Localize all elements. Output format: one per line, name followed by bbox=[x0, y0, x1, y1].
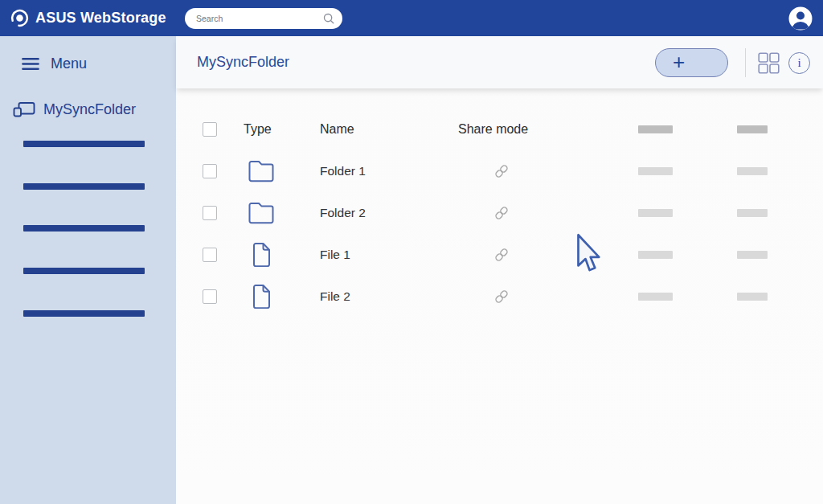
search-input[interactable] bbox=[194, 13, 322, 24]
header-divider bbox=[745, 48, 746, 77]
main-panel: MySyncFolder + i Type bbox=[176, 36, 823, 504]
grid-view-icon[interactable] bbox=[758, 52, 780, 74]
sidebar: Menu MySyncFolder bbox=[0, 36, 176, 504]
column-header-share-mode: Share mode bbox=[458, 122, 528, 137]
row-checkbox[interactable] bbox=[203, 164, 217, 178]
magnifier-icon[interactable] bbox=[322, 12, 335, 25]
sidebar-item-mysyncfolder[interactable]: MySyncFolder bbox=[13, 101, 136, 118]
info-glyph: i bbox=[797, 56, 800, 70]
redacted-cell bbox=[737, 293, 768, 301]
sync-device-icon bbox=[13, 101, 35, 118]
link-icon[interactable] bbox=[493, 288, 510, 305]
sidebar-placeholder-bar bbox=[23, 310, 145, 317]
menu-label: Menu bbox=[51, 55, 87, 72]
sidebar-placeholder-bar bbox=[23, 141, 145, 147]
sidebar-placeholder-bar bbox=[23, 225, 145, 232]
menu-button[interactable]: Menu bbox=[22, 55, 87, 72]
file-table: Type Name Share mode Folder 1 bbox=[176, 109, 823, 318]
column-header-type: Type bbox=[244, 122, 272, 137]
user-avatar-icon[interactable] bbox=[788, 6, 813, 31]
row-checkbox[interactable] bbox=[203, 289, 217, 304]
column-header-name: Name bbox=[320, 122, 354, 137]
redacted-column-header bbox=[638, 125, 673, 133]
add-button[interactable]: + bbox=[655, 48, 728, 77]
table-header-row: Type Name Share mode bbox=[176, 109, 823, 150]
link-icon[interactable] bbox=[493, 246, 510, 264]
type-icon bbox=[248, 242, 275, 268]
type-icon bbox=[248, 284, 275, 309]
link-icon[interactable] bbox=[493, 204, 510, 222]
info-icon[interactable]: i bbox=[788, 52, 810, 74]
redacted-cell bbox=[638, 209, 673, 217]
content-header: MySyncFolder + i bbox=[176, 36, 823, 88]
asus-webstorage-window: ASUS WebStorage bbox=[0, 0, 823, 504]
sidebar-placeholder-bar bbox=[23, 183, 145, 190]
brand-title: ASUS WebStorage bbox=[35, 0, 166, 36]
item-name: File 1 bbox=[320, 248, 350, 262]
select-all-checkbox[interactable] bbox=[203, 122, 217, 137]
item-name: Folder 1 bbox=[320, 164, 366, 178]
plus-icon: + bbox=[673, 50, 685, 74]
type-icon bbox=[248, 158, 275, 184]
item-name: File 2 bbox=[320, 289, 350, 304]
redacted-cell bbox=[638, 167, 673, 175]
row-checkbox[interactable] bbox=[203, 206, 217, 220]
redacted-cell bbox=[638, 251, 673, 259]
hamburger-icon bbox=[22, 57, 39, 71]
row-checkbox[interactable] bbox=[203, 248, 217, 262]
page-title: MySyncFolder bbox=[197, 36, 289, 88]
sidebar-item-label: MySyncFolder bbox=[43, 101, 136, 118]
redacted-cell bbox=[737, 167, 768, 175]
redacted-cell bbox=[638, 293, 673, 301]
link-icon[interactable] bbox=[493, 162, 510, 180]
search-box[interactable] bbox=[185, 8, 342, 29]
redacted-cell bbox=[737, 251, 768, 259]
item-name: Folder 2 bbox=[320, 206, 366, 220]
asus-webstorage-logo-icon bbox=[10, 8, 30, 28]
redacted-cell bbox=[737, 209, 768, 217]
table-row[interactable]: Folder 1 bbox=[176, 150, 823, 192]
type-icon bbox=[248, 200, 275, 226]
top-bar: ASUS WebStorage bbox=[0, 0, 823, 36]
table-row[interactable]: File 1 bbox=[176, 234, 823, 276]
table-row[interactable]: Folder 2 bbox=[176, 192, 823, 234]
redacted-column-header bbox=[737, 125, 768, 133]
sidebar-placeholder-bar bbox=[23, 268, 145, 274]
table-row[interactable]: File 2 bbox=[176, 276, 823, 318]
